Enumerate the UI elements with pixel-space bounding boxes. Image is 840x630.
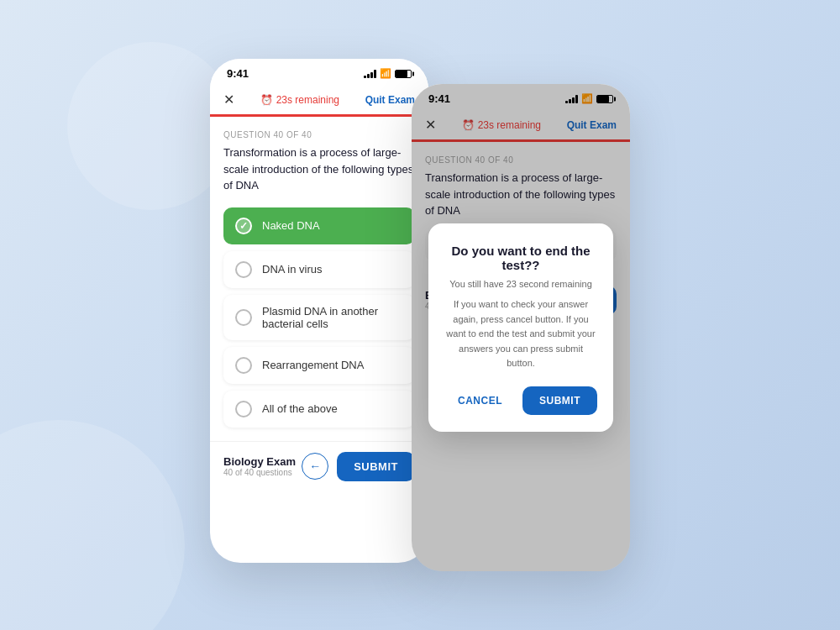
- dialog-cancel-button[interactable]: CANCEL: [444, 386, 516, 415]
- signal-icon-left: [364, 70, 376, 78]
- dialog-body: If you want to check your answer again, …: [445, 297, 596, 371]
- battery-icon-left: [395, 70, 412, 78]
- dialog-submit-button[interactable]: SUBMIT: [522, 386, 597, 415]
- back-button-left[interactable]: ←: [302, 453, 328, 480]
- exam-title-left: Biology Exam: [223, 455, 296, 468]
- toolbar-left: ✕ ⏰ 23s remaining Quit Exam: [210, 85, 428, 114]
- dialog-overlay: Do you want to end the test?? You still …: [412, 84, 630, 571]
- dialog-subtitle: You still have 23 second remaining: [445, 279, 596, 289]
- dialog-title: Do you want to end the test??: [445, 244, 596, 272]
- wifi-icon-left: 📶: [380, 68, 391, 79]
- question-number-left: QUESTION 40 OF 40: [223, 130, 415, 139]
- option-label-1: DNA in virus: [262, 263, 323, 276]
- phone-right: 9:41 📶 ✕ ⏰ 23s remaining Qui: [412, 84, 630, 571]
- phones-container: 9:41 📶 ✕ ⏰ 23s remaining Qui: [210, 59, 630, 571]
- question-text-left: Transformation is a process of large-sca…: [223, 144, 415, 194]
- option-label-2: Plasmid DNA in another bacterial cells: [262, 305, 403, 330]
- quit-button-left[interactable]: Quit Exam: [365, 94, 415, 106]
- question-area-left: QUESTION 40 OF 40 Transformation is a pr…: [210, 117, 428, 201]
- option-label-0: Naked DNA: [262, 219, 320, 232]
- phone-left: 9:41 📶 ✕ ⏰ 23s remaining Qui: [210, 59, 428, 563]
- confirm-dialog: Do you want to end the test?? You still …: [428, 223, 613, 432]
- submit-button-left[interactable]: SUBMIT: [337, 452, 415, 481]
- option-item-3[interactable]: Rearrangement DNA: [223, 347, 415, 384]
- bottom-actions-left: ← SUBMIT: [302, 452, 415, 481]
- option-item-0[interactable]: ✓ Naked DNA: [223, 207, 415, 244]
- status-icons-left: 📶: [364, 68, 412, 79]
- exam-subtitle-left: 40 of 40 questions: [223, 468, 296, 477]
- close-button-left[interactable]: ✕: [223, 92, 234, 108]
- option-radio-0: ✓: [235, 218, 252, 234]
- option-item-1[interactable]: DNA in virus: [223, 251, 415, 288]
- option-radio-2: [235, 309, 252, 326]
- option-radio-3: [235, 357, 252, 374]
- timer-icon-left: ⏰: [260, 94, 273, 106]
- option-item-4[interactable]: All of the above: [223, 391, 415, 428]
- option-radio-4: [235, 401, 252, 417]
- check-icon-0: ✓: [239, 220, 248, 232]
- options-area-left: ✓ Naked DNA DNA in virus Plasmid DNA in …: [210, 201, 428, 441]
- option-label-4: All of the above: [262, 402, 338, 415]
- status-time-left: 9:41: [227, 67, 249, 80]
- option-item-2[interactable]: Plasmid DNA in another bacterial cells: [223, 295, 415, 340]
- option-radio-1: [235, 261, 252, 278]
- exam-info-left: Biology Exam 40 of 40 questions: [223, 455, 296, 477]
- dialog-buttons: CANCEL SUBMIT: [445, 386, 596, 415]
- bottom-bar-left: Biology Exam 40 of 40 questions ← SUBMIT: [210, 441, 428, 491]
- timer-text-left: 23s remaining: [276, 94, 339, 106]
- timer-left: ⏰ 23s remaining: [260, 94, 339, 106]
- option-label-3: Rearrangement DNA: [262, 359, 364, 371]
- status-bar-left: 9:41 📶: [210, 59, 428, 85]
